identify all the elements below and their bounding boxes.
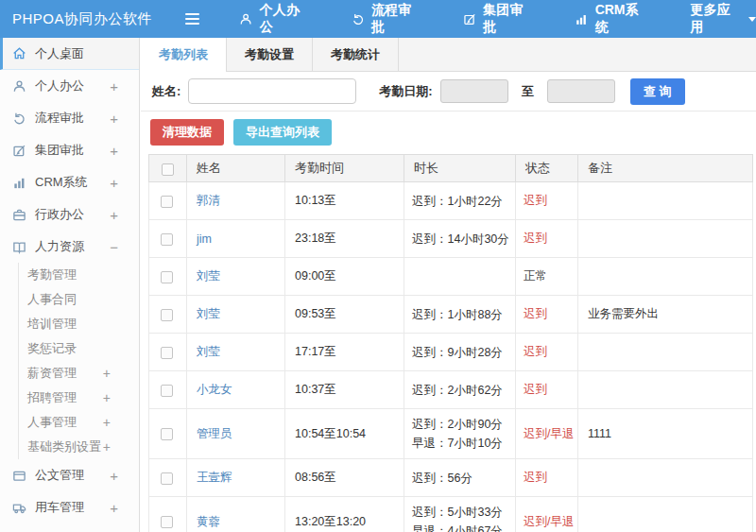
person-icon bbox=[12, 79, 26, 94]
employee-name-link[interactable]: 刘莹 bbox=[197, 307, 220, 320]
expand-icon[interactable]: + bbox=[110, 111, 118, 127]
attendance-table: 姓名 考勤时间 时长 状态 备注 郭清 10:13至 迟到：1小时22分 迟到 … bbox=[148, 154, 753, 532]
col-header-remark: 备注 bbox=[578, 155, 753, 182]
status-badge: 迟到 bbox=[516, 371, 578, 409]
home-icon bbox=[12, 46, 26, 60]
top-navigation: 个人办公 流程审批 集团审批 CRM系统 更多应用 bbox=[239, 2, 756, 36]
table-row: 小龙女 10:37至 迟到：2小时62分 迟到 bbox=[149, 371, 753, 409]
search-button[interactable]: 查 询 bbox=[630, 78, 685, 105]
date-to-label: 至 bbox=[522, 83, 534, 100]
remark: 1111 bbox=[578, 409, 753, 459]
topnav-workflow-approval[interactable]: 流程审批 bbox=[352, 2, 421, 36]
date-from-input[interactable] bbox=[440, 79, 508, 103]
select-all-checkbox[interactable] bbox=[162, 163, 174, 176]
topnav-crm[interactable]: CRM系统 bbox=[575, 2, 648, 36]
workflow-icon bbox=[352, 12, 365, 26]
topnav-group-approval[interactable]: 集团审批 bbox=[463, 2, 533, 36]
row-checkbox[interactable] bbox=[161, 516, 173, 528]
employee-name-link[interactable]: 小龙女 bbox=[197, 383, 232, 396]
expand-icon[interactable]: + bbox=[110, 468, 118, 484]
row-checkbox[interactable] bbox=[161, 347, 173, 359]
collapse-icon[interactable]: − bbox=[110, 239, 118, 255]
row-checkbox[interactable] bbox=[161, 309, 173, 321]
sidebar-item-hr[interactable]: 人力资源 − bbox=[0, 231, 139, 263]
status-badge: 迟到/早退 bbox=[516, 409, 578, 459]
app-title: PHPOA协同办公软件 bbox=[0, 10, 170, 28]
row-checkbox[interactable] bbox=[161, 233, 173, 246]
sidebar-subitem-recruiting[interactable]: 招聘管理+ bbox=[19, 386, 139, 410]
remark bbox=[578, 371, 753, 409]
table-row: 郭清 10:13至 迟到：1小时22分 迟到 bbox=[149, 182, 753, 220]
sidebar-item-vehicles[interactable]: 用车管理 + bbox=[0, 491, 139, 523]
sidebar-subitem-salary[interactable]: 薪资管理+ bbox=[19, 361, 139, 386]
row-checkbox[interactable] bbox=[161, 196, 173, 208]
row-checkbox[interactable] bbox=[161, 428, 173, 440]
expand-icon[interactable]: + bbox=[103, 366, 111, 381]
employee-name-link[interactable]: jim bbox=[197, 232, 212, 246]
sidebar-item-crm[interactable]: CRM系统 + bbox=[0, 166, 139, 198]
sidebar-item-desktop[interactable]: 个人桌面 bbox=[0, 38, 139, 70]
sidebar-subitem-rewards[interactable]: 奖惩记录 bbox=[19, 336, 139, 361]
duration: 迟到：56分 bbox=[404, 459, 516, 497]
tab-attendance-stats[interactable]: 考勤统计 bbox=[313, 38, 399, 71]
sidebar-item-admin-office[interactable]: 行政办公 + bbox=[0, 198, 139, 231]
employee-name-link[interactable]: 管理员 bbox=[197, 427, 232, 440]
sidebar-subitem-personnel[interactable]: 人事管理+ bbox=[19, 410, 139, 435]
employee-name-link[interactable]: 郭清 bbox=[197, 194, 220, 207]
expand-icon[interactable]: + bbox=[110, 207, 118, 223]
main-content: 考勤列表 考勤设置 考勤统计 姓名: 考勤日期: 至 查 询 清理数据 导出查询… bbox=[141, 38, 756, 532]
status-badge: 迟到 bbox=[516, 182, 578, 220]
topbar: PHPOA协同办公软件 个人办公 流程审批 集团审批 CRM系统 更多应用 bbox=[0, 0, 756, 38]
sidebar-subitem-attendance[interactable]: 考勤管理 bbox=[19, 263, 139, 287]
topnav-more-apps[interactable]: 更多应用 bbox=[690, 2, 756, 36]
book-icon bbox=[12, 240, 26, 254]
row-checkbox[interactable] bbox=[161, 472, 173, 485]
tab-attendance-list[interactable]: 考勤列表 bbox=[141, 38, 227, 72]
attendance-time: 10:37至 bbox=[285, 371, 404, 409]
col-header-name: 姓名 bbox=[187, 155, 285, 182]
sidebar-item-documents[interactable]: 公文管理 + bbox=[0, 459, 139, 491]
sidebar-subitem-training[interactable]: 培训管理 bbox=[19, 312, 139, 336]
document-icon bbox=[12, 469, 26, 483]
name-filter-input[interactable] bbox=[188, 78, 356, 104]
sidebar-subitem-contracts[interactable]: 人事合同 bbox=[19, 287, 139, 312]
expand-icon[interactable]: + bbox=[103, 390, 111, 405]
row-checkbox[interactable] bbox=[161, 271, 173, 283]
expand-icon[interactable]: + bbox=[110, 175, 118, 191]
expand-icon[interactable]: + bbox=[103, 415, 111, 430]
export-list-button[interactable]: 导出查询列表 bbox=[233, 119, 332, 146]
status-badge: 迟到/早退 bbox=[516, 497, 578, 532]
employee-name-link[interactable]: 刘莹 bbox=[197, 345, 220, 358]
sidebar-item-group-approval[interactable]: 集团审批 + bbox=[0, 134, 139, 166]
sidebar-item-workflow-approval[interactable]: 流程审批 + bbox=[0, 102, 139, 134]
expand-icon[interactable]: + bbox=[110, 143, 118, 159]
row-checkbox[interactable] bbox=[161, 385, 173, 397]
remark bbox=[578, 258, 753, 296]
tab-attendance-settings[interactable]: 考勤设置 bbox=[227, 38, 313, 71]
expand-icon[interactable]: + bbox=[110, 78, 118, 94]
hamburger-icon[interactable] bbox=[185, 13, 199, 25]
sidebar-hr-subtree: 考勤管理 人事合同 培训管理 奖惩记录 薪资管理+ 招聘管理+ 人事管理+ 基础… bbox=[18, 263, 139, 459]
status-badge: 迟到 bbox=[516, 334, 578, 371]
tab-bar: 考勤列表 考勤设置 考勤统计 bbox=[141, 38, 756, 72]
topnav-personal-office[interactable]: 个人办公 bbox=[239, 2, 309, 36]
clean-data-button[interactable]: 清理数据 bbox=[150, 119, 224, 146]
status-badge: 迟到 bbox=[516, 459, 578, 497]
table-row: 管理员 10:54至10:54 迟到：2小时90分 早退：7小时10分 迟到/早… bbox=[149, 409, 753, 459]
duration: 迟到：14小时30分 bbox=[404, 220, 516, 258]
expand-icon[interactable]: + bbox=[103, 439, 111, 455]
duration bbox=[404, 258, 516, 296]
col-header-duration: 时长 bbox=[404, 155, 516, 182]
employee-name-link[interactable]: 王壹辉 bbox=[197, 471, 232, 484]
sidebar-item-personal-office[interactable]: 个人办公 + bbox=[0, 70, 139, 102]
employee-name-link[interactable]: 黄蓉 bbox=[197, 515, 220, 528]
attendance-time: 13:20至13:20 bbox=[285, 497, 404, 532]
employee-name-link[interactable]: 刘莹 bbox=[197, 269, 220, 283]
bar-chart-icon bbox=[575, 12, 588, 26]
select-all-cell bbox=[149, 155, 187, 182]
date-to-input[interactable] bbox=[547, 79, 615, 103]
status-badge: 迟到 bbox=[516, 220, 578, 258]
table-row: 王壹辉 08:56至 迟到：56分 迟到 bbox=[149, 459, 753, 497]
sidebar-subitem-base-categories[interactable]: 基础类别设置+ bbox=[19, 435, 139, 459]
expand-icon[interactable]: + bbox=[110, 500, 118, 516]
